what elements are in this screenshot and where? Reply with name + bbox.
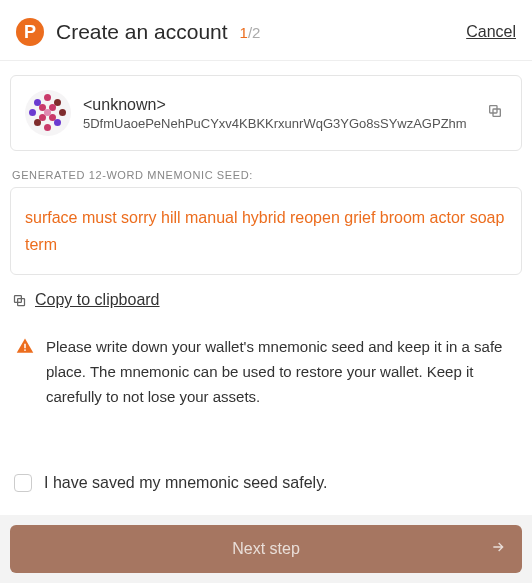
mnemonic-seed: surface must sorry hill manual hybrid re…	[10, 187, 522, 275]
account-address: 5DfmUaoePeNehPuCYxv4KBKKrxunrWqG3YGo8sSY…	[83, 116, 471, 131]
account-card: <unknown> 5DfmUaoePeNehPuCYxv4KBKKrxunrW…	[10, 75, 522, 151]
seed-label: GENERATED 12-WORD MNEMONIC SEED:	[12, 169, 522, 181]
next-step-label: Next step	[232, 540, 300, 558]
cancel-link[interactable]: Cancel	[466, 23, 516, 41]
app-logo: P	[16, 18, 44, 46]
identicon	[25, 90, 71, 136]
account-info: <unknown> 5DfmUaoePeNehPuCYxv4KBKKrxunrW…	[83, 96, 471, 131]
header: P Create an account 1/2 Cancel	[0, 0, 532, 61]
svg-rect-4	[24, 344, 26, 349]
warning-row: Please write down your wallet's mnemonic…	[16, 335, 518, 409]
saved-seed-label: I have saved my mnemonic seed safely.	[44, 474, 327, 492]
footer: Next step	[0, 515, 532, 583]
copy-to-clipboard-label: Copy to clipboard	[35, 291, 160, 309]
warning-icon	[16, 337, 34, 409]
copy-to-clipboard-button[interactable]: Copy to clipboard	[12, 291, 522, 309]
next-step-button[interactable]: Next step	[10, 525, 522, 573]
step-current: 1	[240, 24, 248, 41]
clipboard-icon	[12, 293, 27, 308]
page-title: Create an account	[56, 20, 228, 44]
step-total: /2	[248, 24, 261, 41]
account-name: <unknown>	[83, 96, 471, 114]
svg-rect-5	[24, 350, 26, 352]
saved-seed-checkbox[interactable]	[14, 474, 32, 492]
step-indicator: 1/2	[240, 24, 261, 41]
copy-address-button[interactable]	[483, 99, 507, 127]
content: <unknown> 5DfmUaoePeNehPuCYxv4KBKKrxunrW…	[0, 61, 532, 492]
confirm-row: I have saved my mnemonic seed safely.	[14, 474, 522, 492]
arrow-right-icon	[490, 539, 506, 559]
copy-icon	[487, 103, 503, 119]
warning-text: Please write down your wallet's mnemonic…	[46, 335, 518, 409]
